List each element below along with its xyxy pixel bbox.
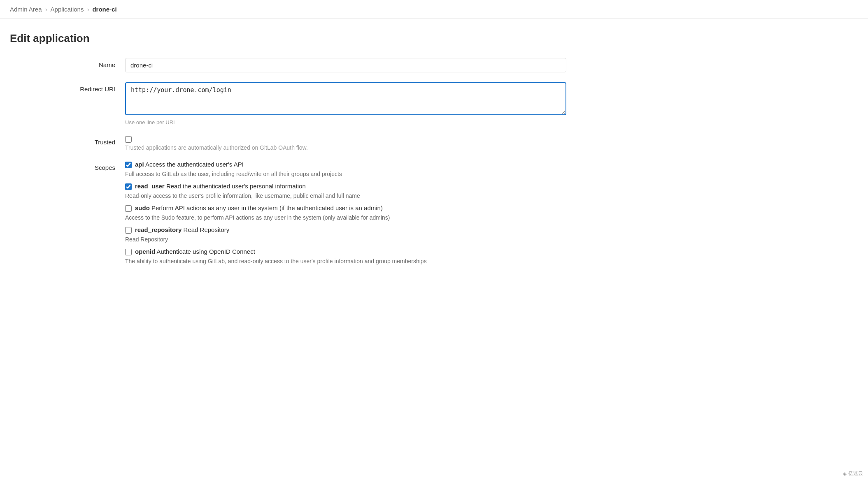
redirect-uri-form-group: Redirect URI Use one line per URI [10,82,566,125]
scope-checkbox-group: sudo Perform API actions as any user in … [125,204,566,212]
trusted-form-group: Trusted Trusted applications are automat… [10,135,566,151]
scope-read_repository-description: Read Repository [125,235,566,244]
scope-checkbox-group: openid Authenticate using OpenID Connect [125,248,566,255]
name-label: Name [10,58,125,68]
trusted-label: Trusted [10,135,125,146]
scope-read_user-description: Read-only access to the user's profile i… [125,192,566,200]
name-form-group: Name [10,58,566,72]
breadcrumb-current: drone-ci [92,6,116,13]
scopes-wrapper: api Access the authenticated user's APIF… [125,161,566,270]
scope-openid-description: The ability to authenticate using GitLab… [125,257,566,266]
scope-checkbox-group: api Access the authenticated user's API [125,161,566,168]
scope-sudo-label[interactable]: sudo Perform API actions as any user in … [135,204,383,211]
redirect-uri-hint: Use one line per URI [125,119,566,125]
scope-api-checkbox[interactable] [125,162,132,168]
scope-sudo-description: Access to the Sudo feature, to perform A… [125,213,566,222]
redirect-uri-textarea[interactable] [125,82,566,115]
scopes-label: Scopes [10,161,125,171]
trusted-checkbox[interactable] [125,136,132,143]
scope-read_repository-label[interactable]: read_repository Read Repository [135,226,229,233]
scope-openid-label[interactable]: openid Authenticate using OpenID Connect [135,248,255,255]
breadcrumb-applications[interactable]: Applications [51,6,84,13]
scope-read_user-checkbox[interactable] [125,183,132,190]
name-input[interactable] [125,58,566,72]
breadcrumb: Admin Area › Applications › drone-ci [0,0,868,19]
breadcrumb-separator-1: › [45,6,47,13]
scope-openid-checkbox[interactable] [125,249,132,255]
name-field-wrapper [125,58,566,72]
scopes-form-group: Scopes api Access the authenticated user… [10,161,566,270]
scope-api-description: Full access to GitLab as the user, inclu… [125,170,566,178]
page-title: Edit application [10,32,566,45]
trusted-checkbox-group [125,135,566,143]
scope-api-label[interactable]: api Access the authenticated user's API [135,161,244,168]
trusted-field-wrapper: Trusted applications are automatically a… [125,135,566,151]
redirect-uri-field-wrapper: Use one line per URI [125,82,566,125]
scope-checkbox-group: read_user Read the authenticated user's … [125,183,566,190]
redirect-uri-label: Redirect URI [10,82,125,93]
scope-sudo-checkbox[interactable] [125,205,132,212]
scope-read_repository-checkbox[interactable] [125,227,132,234]
scope-read_user-label[interactable]: read_user Read the authenticated user's … [135,183,306,190]
scope-checkbox-group: read_repository Read Repository [125,226,566,234]
page-content: Edit application Name Redirect URI Use o… [0,19,576,293]
breadcrumb-separator-2: › [87,6,89,13]
breadcrumb-admin[interactable]: Admin Area [10,6,42,13]
trusted-description: Trusted applications are automatically a… [125,144,566,151]
